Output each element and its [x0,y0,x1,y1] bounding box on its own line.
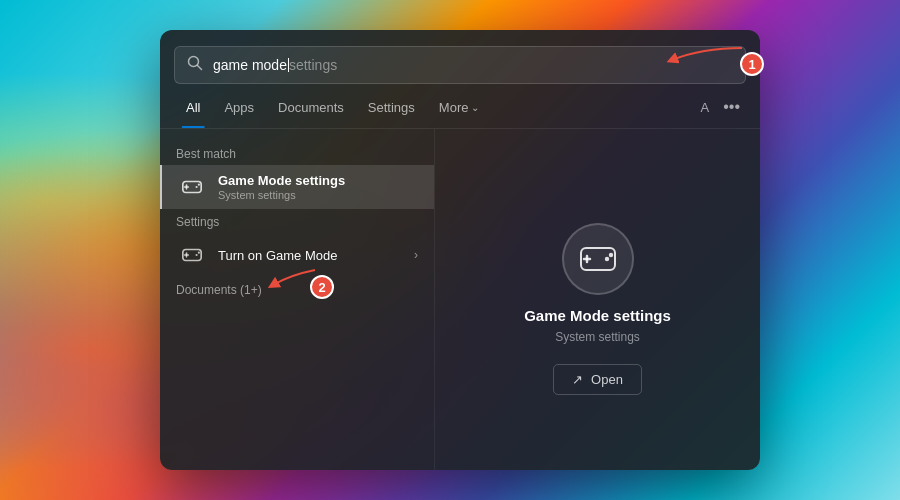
svg-point-8 [195,254,197,256]
tab-settings[interactable]: Settings [356,96,427,119]
result-arrow-icon: › [414,248,418,262]
open-icon: ↗ [572,372,583,387]
right-panel: Game Mode settings System settings ↗ Ope… [435,129,760,470]
suggestion-text: settings [289,57,337,73]
typed-text: game mode [213,57,287,73]
annotation-step-2: 2 [310,275,334,299]
result-turn-on-text: Turn on Game Mode [218,248,402,263]
left-panel: Best match Game Mode settings Syst [160,129,435,470]
open-button[interactable]: ↗ Open [553,364,642,395]
result-game-mode-subtitle: System settings [218,189,418,201]
tab-letter-a[interactable]: A [693,96,718,119]
filter-tabs: All Apps Documents Settings More ⌄ A ••• [160,84,760,129]
tab-apps[interactable]: Apps [212,96,266,119]
search-icon [187,55,203,75]
more-options-button[interactable]: ••• [717,94,746,120]
tab-all[interactable]: All [174,96,212,119]
svg-point-4 [198,184,200,186]
result-game-mode-text: Game Mode settings System settings [218,173,418,201]
app-detail-subtitle: System settings [555,330,640,344]
svg-point-3 [195,186,197,188]
search-panel: game mode settings All Apps Documents Se… [160,30,760,470]
result-turn-on-title: Turn on Game Mode [218,248,402,263]
section-best-match-label: Best match [160,141,434,165]
chevron-down-icon: ⌄ [471,102,479,113]
svg-point-13 [604,257,608,261]
annotation-step-1: 1 [740,52,764,76]
app-detail-title: Game Mode settings [524,307,671,324]
result-turn-on-game-mode[interactable]: Turn on Game Mode › [160,233,434,277]
tab-documents[interactable]: Documents [266,96,356,119]
search-input[interactable]: game mode settings [213,57,733,73]
svg-point-9 [198,252,200,254]
svg-point-14 [608,253,612,257]
app-icon-large [562,223,634,295]
section-settings-label: Settings [160,209,434,233]
content-area: Best match Game Mode settings Syst [160,129,760,470]
svg-line-1 [198,66,202,70]
result-game-mode-settings[interactable]: Game Mode settings System settings [160,165,434,209]
tab-more[interactable]: More ⌄ [427,96,492,119]
result-game-mode-icon [178,173,206,201]
section-documents-label: Documents (1+) [160,277,434,301]
result-game-mode-title: Game Mode settings [218,173,418,188]
result-settings-icon [178,241,206,269]
search-bar[interactable]: game mode settings [174,46,746,84]
